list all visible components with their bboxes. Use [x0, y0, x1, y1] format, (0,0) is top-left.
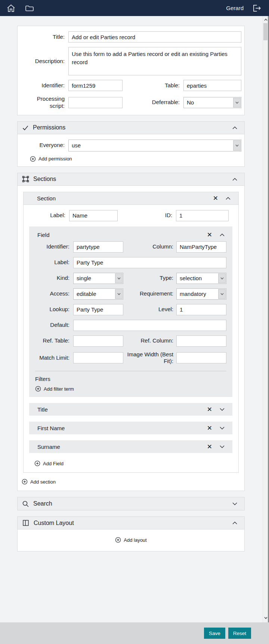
field-default-input[interactable]	[73, 320, 226, 331]
field-bar-title[interactable]: Title ✕	[29, 403, 232, 416]
field-match-limit-label: Match Limit:	[29, 354, 73, 362]
deferrable-value: No	[187, 99, 194, 106]
custom-layout-title: Custom Layout	[34, 520, 74, 526]
sections-card: Sections Section ✕	[17, 173, 245, 491]
field-ref-column-label: Ref. Column:	[123, 337, 176, 344]
field-ref-table-input[interactable]	[73, 335, 123, 347]
everyone-select[interactable]: use	[68, 140, 241, 151]
field-identifier-input[interactable]	[73, 241, 123, 253]
chevron-down-icon[interactable]	[219, 408, 225, 411]
everyone-value: use	[72, 142, 81, 149]
field-panel-header[interactable]: Field ✕	[29, 226, 226, 241]
field-match-limit-input[interactable]	[73, 352, 123, 363]
scrollbar-thumb[interactable]	[263, 23, 268, 40]
add-permission-label: Add permission	[38, 156, 72, 162]
folder-icon[interactable]	[23, 2, 36, 15]
sections-body: Section ✕ Label: ID:	[18, 186, 244, 491]
search-title: Search	[33, 500, 52, 507]
chevron-down-icon[interactable]	[115, 273, 123, 283]
chevron-up-icon[interactable]	[232, 521, 238, 525]
table-input[interactable]	[183, 80, 241, 91]
field-column-input[interactable]	[176, 241, 226, 253]
chevron-up-icon[interactable]	[225, 197, 231, 200]
filters-divider	[35, 371, 226, 371]
form-editor-content: Title: Description: Use this form to add…	[17, 26, 245, 551]
sections-header[interactable]: Sections	[18, 173, 244, 186]
logout-icon[interactable]	[250, 2, 263, 15]
description-input[interactable]: Use this form to add a Parties record or…	[68, 47, 241, 75]
scrollbar[interactable]	[263, 16, 268, 622]
permissions-header[interactable]: Permissions	[18, 122, 244, 134]
scroll-area: Title: Description: Use this form to add…	[0, 16, 269, 622]
scroll-up-arrow-icon[interactable]	[263, 17, 268, 23]
section-id-input[interactable]	[176, 210, 229, 221]
chevron-down-icon[interactable]	[233, 140, 241, 151]
title-label: Title:	[18, 34, 68, 41]
title-input[interactable]	[68, 31, 241, 43]
add-filter-term-button[interactable]: Add filter term	[35, 386, 226, 392]
chevron-up-icon[interactable]	[219, 233, 225, 237]
scroll-down-arrow-icon[interactable]	[263, 615, 268, 621]
add-filter-term-label: Add filter term	[44, 386, 74, 392]
chevron-down-icon[interactable]	[115, 289, 123, 299]
deferrable-select[interactable]: No	[183, 97, 241, 108]
add-field-button[interactable]: Add Field	[34, 460, 238, 466]
home-icon[interactable]	[4, 2, 17, 15]
field-kind-select[interactable]: single	[73, 273, 123, 284]
permissions-card: Permissions Everyone: use	[17, 121, 245, 167]
save-button[interactable]: Save	[204, 628, 225, 639]
close-icon[interactable]: ✕	[213, 195, 218, 201]
field-bar-surname[interactable]: Surname ✕	[29, 440, 232, 453]
chevron-down-icon[interactable]	[233, 98, 241, 107]
chevron-down-icon[interactable]	[219, 445, 225, 448]
add-field-label: Add Field	[43, 461, 64, 466]
filters-title: Filters	[35, 376, 226, 382]
sections-title: Sections	[33, 176, 56, 182]
field-bar-label: Title	[37, 406, 48, 413]
section-id-label: ID:	[118, 212, 176, 219]
chevron-down-icon[interactable]	[219, 426, 225, 430]
section-label-input[interactable]	[69, 210, 118, 221]
chevron-down-icon[interactable]	[232, 502, 238, 506]
close-icon[interactable]: ✕	[207, 444, 212, 450]
add-layout-button[interactable]: Add layout	[115, 537, 146, 543]
field-panel-title: Field	[37, 232, 50, 238]
field-image-width-label: Image Width (Best Fit):	[123, 351, 176, 365]
field-type-select[interactable]: selection	[176, 273, 226, 284]
field-kind-label: Kind:	[29, 275, 73, 282]
identifier-input[interactable]	[68, 80, 123, 91]
field-level-input[interactable]	[176, 304, 226, 315]
processing-script-input[interactable]	[68, 97, 123, 108]
chevron-down-icon[interactable]	[218, 273, 226, 283]
close-icon[interactable]: ✕	[207, 406, 212, 413]
close-icon[interactable]: ✕	[207, 232, 212, 238]
chevron-down-icon[interactable]	[218, 289, 226, 299]
section-panel-title: Section	[37, 195, 56, 201]
field-image-width-input[interactable]	[176, 352, 226, 363]
footer-bar: Save Reset	[0, 622, 269, 644]
field-lookup-input[interactable]	[73, 304, 123, 315]
field-requirement-select[interactable]: mandatory	[176, 288, 226, 300]
field-access-select[interactable]: editable	[73, 288, 123, 300]
add-permission-button[interactable]: Add permission	[30, 156, 241, 162]
field-bar-first-name[interactable]: First Name ✕	[29, 422, 232, 434]
chevron-up-icon[interactable]	[232, 178, 238, 181]
everyone-label: Everyone:	[18, 142, 68, 149]
search-header[interactable]: Search	[18, 497, 244, 510]
field-access-value: editable	[77, 291, 96, 297]
add-section-button[interactable]: Add section	[22, 479, 239, 485]
field-ref-column-input[interactable]	[176, 335, 226, 347]
field-bar-label: First Name	[37, 425, 65, 431]
field-label-label: Label:	[29, 259, 73, 266]
reset-button[interactable]: Reset	[228, 628, 251, 639]
custom-layout-card: Custom Layout Add layout	[17, 516, 245, 551]
custom-layout-header[interactable]: Custom Layout	[18, 517, 244, 529]
field-requirement-label: Requirement:	[123, 290, 176, 297]
field-type-value: selection	[180, 275, 202, 281]
close-icon[interactable]: ✕	[207, 425, 212, 431]
field-label-input[interactable]	[73, 257, 226, 268]
field-identifier-label: Identifier:	[29, 243, 73, 250]
section-panel-header[interactable]: Section ✕	[24, 192, 238, 205]
chevron-up-icon[interactable]	[232, 126, 238, 129]
permissions-title: Permissions	[33, 124, 65, 131]
